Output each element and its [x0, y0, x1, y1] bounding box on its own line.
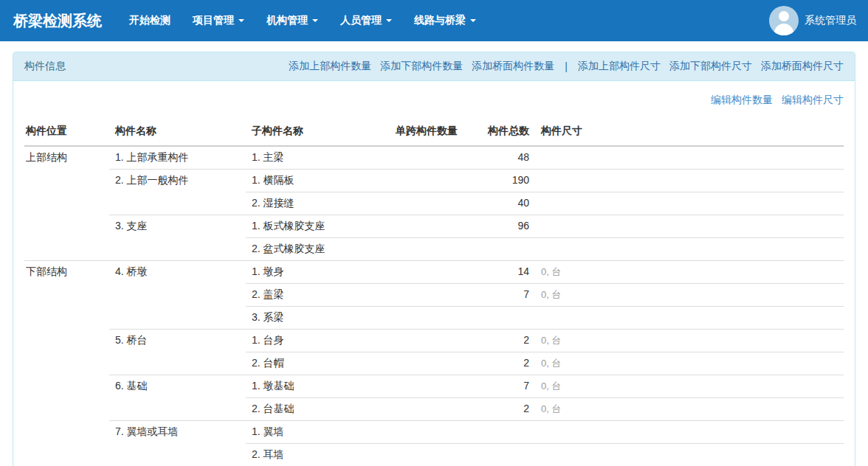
- nav-item-start-inspection[interactable]: 开始检测: [118, 0, 182, 41]
- cell-name: 2. 上部一般构件: [109, 170, 246, 215]
- cell-size: [535, 307, 844, 330]
- cell-total: [482, 238, 535, 261]
- cell-size: [535, 421, 844, 444]
- cell-total: 40: [482, 192, 535, 215]
- component-info-panel: 构件信息 添加上部构件数量 添加下部构件数量 添加桥面构件数量 | 添加上部构件…: [13, 52, 855, 466]
- cell-per-span-qty: [390, 170, 482, 192]
- cell-size: 0, 台: [535, 352, 844, 375]
- cell-name: 6. 基础: [109, 375, 246, 421]
- cell-per-span-qty: [390, 352, 482, 375]
- add-upper-qty-link[interactable]: 添加上部构件数量: [289, 60, 371, 73]
- cell-per-span-qty: [390, 307, 482, 330]
- cell-name: 5. 桥台: [109, 330, 246, 375]
- cell-name: 1. 上部承重构件: [109, 146, 246, 170]
- cell-name: 7. 翼墙或耳墙: [109, 421, 246, 466]
- cell-total: 2: [482, 352, 535, 375]
- cell-size: [535, 192, 844, 215]
- add-lower-size-link[interactable]: 添加下部构件尺寸: [669, 60, 752, 73]
- table-row: 2. 上部一般构件 1. 横隔板 190: [24, 170, 844, 192]
- cell-position: 上部结构: [24, 146, 109, 261]
- cell-total: [482, 307, 535, 330]
- cell-sub-name: 2. 湿接缝: [246, 192, 390, 215]
- edit-component-size-link[interactable]: 编辑构件尺寸: [782, 94, 844, 107]
- cell-per-span-qty: [390, 398, 482, 421]
- nav-item-routes-and-bridges[interactable]: 线路与桥梁: [403, 0, 487, 41]
- cell-per-span-qty: [390, 261, 482, 284]
- cell-total: [482, 444, 535, 466]
- cell-per-span-qty: [390, 375, 482, 398]
- cell-sub-name: 2. 盖梁: [246, 284, 390, 307]
- chevron-down-icon: [312, 19, 318, 22]
- cell-per-span-qty: [390, 330, 482, 352]
- avatar-head-shape: [779, 11, 789, 21]
- top-navbar: 桥梁检测系统 开始检测 项目管理 机构管理 人员管理 线路与桥梁 系统管理员: [0, 0, 868, 41]
- app-brand[interactable]: 桥梁检测系统: [0, 11, 112, 31]
- cell-sub-name: 1. 横隔板: [246, 170, 390, 192]
- cell-size: 0, 台: [535, 375, 844, 398]
- add-deck-size-link[interactable]: 添加桥面构件尺寸: [761, 60, 844, 73]
- table-row: 5. 桥台 1. 台身 2 0, 台: [24, 330, 844, 352]
- table-row: 下部结构 4. 桥墩 1. 墩身 14 0, 台: [24, 261, 844, 284]
- add-lower-qty-link[interactable]: 添加下部构件数量: [380, 60, 463, 73]
- edit-component-qty-link[interactable]: 编辑构件数量: [711, 94, 773, 107]
- user-menu[interactable]: 系统管理员: [769, 6, 868, 35]
- col-header-name: 构件名称: [109, 117, 246, 146]
- cell-total: [482, 421, 535, 444]
- cell-total: 7: [482, 375, 535, 398]
- nav-item-organization-management[interactable]: 机构管理: [255, 0, 329, 41]
- cell-total: 96: [482, 215, 535, 238]
- cell-per-span-qty: [390, 192, 482, 215]
- cell-sub-name: 1. 翼墙: [246, 421, 390, 444]
- cell-per-span-qty: [390, 444, 482, 466]
- cell-total: 190: [482, 170, 535, 192]
- table-row: 7. 翼墙或耳墙 1. 翼墙: [24, 421, 844, 444]
- cell-size: [535, 238, 844, 261]
- cell-sub-name: 3. 系梁: [246, 307, 390, 330]
- cell-size: [535, 215, 844, 238]
- cell-sub-name: 1. 墩身: [246, 261, 390, 284]
- nav-item-label: 人员管理: [340, 14, 382, 27]
- cell-sub-name: 2. 台基础: [246, 398, 390, 421]
- component-table: 构件位置 构件名称 子构件名称 单跨构件数量 构件总数 构件尺寸 上部结构 1.…: [24, 117, 844, 466]
- nav-item-label: 开始检测: [129, 14, 170, 27]
- cell-sub-name: 2. 台帽: [246, 352, 390, 375]
- cell-per-span-qty: [390, 238, 482, 261]
- cell-sub-name: 1. 墩基础: [246, 375, 390, 398]
- add-upper-size-link[interactable]: 添加上部构件尺寸: [578, 60, 661, 73]
- cell-size: [535, 146, 844, 170]
- cell-sub-name: 2. 耳墙: [246, 444, 390, 466]
- cell-total: 2: [482, 330, 535, 352]
- user-name-label: 系统管理员: [805, 14, 856, 27]
- cell-sub-name: 1. 主梁: [246, 146, 390, 170]
- chevron-down-icon: [238, 19, 244, 22]
- nav-item-project-management[interactable]: 项目管理: [182, 0, 255, 41]
- user-avatar-icon: [769, 6, 799, 35]
- col-header-size: 构件尺寸: [535, 117, 844, 146]
- panel-body: 编辑构件数量 编辑构件尺寸 构件位置 构件名称 子构件名称 单跨构件数量 构件总…: [13, 81, 855, 466]
- nav-item-label: 机构管理: [266, 14, 308, 27]
- cell-sub-name: 1. 板式橡胶支座: [246, 215, 390, 238]
- chevron-down-icon: [386, 19, 392, 22]
- edit-action-links: 编辑构件数量 编辑构件尺寸: [24, 94, 844, 107]
- cell-sub-name: 1. 台身: [246, 330, 390, 352]
- main-nav: 开始检测 项目管理 机构管理 人员管理 线路与桥梁: [118, 0, 487, 41]
- col-header-position: 构件位置: [24, 117, 109, 146]
- cell-size: 0, 台: [535, 330, 844, 352]
- cell-sub-name: 2. 盆式橡胶支座: [246, 238, 390, 261]
- cell-position: 下部结构: [24, 261, 109, 466]
- cell-total: 14: [482, 261, 535, 284]
- cell-name: 4. 桥墩: [109, 261, 246, 330]
- cell-total: 7: [482, 284, 535, 307]
- chevron-down-icon: [470, 19, 476, 22]
- cell-per-span-qty: [390, 421, 482, 444]
- cell-total: 48: [482, 146, 535, 170]
- nav-item-personnel-management[interactable]: 人员管理: [329, 0, 403, 41]
- col-header-per-span-qty: 单跨构件数量: [390, 117, 482, 146]
- cell-per-span-qty: [390, 284, 482, 307]
- panel-heading: 构件信息 添加上部构件数量 添加下部构件数量 添加桥面构件数量 | 添加上部构件…: [13, 52, 855, 81]
- cell-size: 0, 台: [535, 398, 844, 421]
- cell-name: 3. 支座: [109, 215, 246, 261]
- cell-total: 2: [482, 398, 535, 421]
- table-header-row: 构件位置 构件名称 子构件名称 单跨构件数量 构件总数 构件尺寸: [24, 117, 844, 146]
- add-deck-qty-link[interactable]: 添加桥面构件数量: [472, 60, 554, 73]
